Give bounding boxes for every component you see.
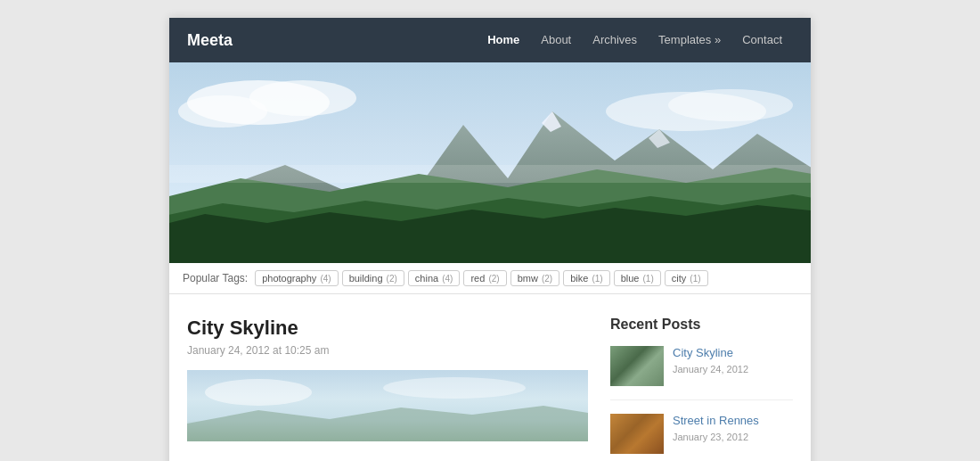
tag-red[interactable]: red (2) bbox=[463, 270, 506, 286]
recent-post-date-2: January 23, 2012 bbox=[673, 432, 793, 442]
recent-post-thumb-2 bbox=[610, 414, 664, 454]
tag-bike[interactable]: bike (1) bbox=[563, 270, 609, 286]
tag-city[interactable]: city (1) bbox=[665, 270, 708, 286]
recent-post-item-1: City Skyline January 24, 2012 bbox=[610, 346, 793, 400]
tag-bmw[interactable]: bmw (2) bbox=[510, 270, 560, 286]
recent-post-date-1: January 24, 2012 bbox=[673, 364, 793, 375]
thumb-street-rennes bbox=[610, 414, 664, 454]
nav-templates[interactable]: Templates » bbox=[648, 18, 731, 62]
post-image-inner bbox=[187, 370, 588, 441]
hero-mountain-bg bbox=[169, 62, 811, 263]
svg-rect-12 bbox=[169, 165, 811, 183]
recent-post-title-2[interactable]: Street in Rennes bbox=[673, 414, 793, 429]
recent-post-item-2: Street in Rennes January 23, 2012 bbox=[610, 414, 793, 461]
site-title: Meeta bbox=[187, 31, 233, 50]
nav-home[interactable]: Home bbox=[477, 18, 530, 62]
post-featured-image bbox=[187, 370, 588, 441]
svg-point-5 bbox=[668, 89, 793, 121]
recent-post-thumb-1 bbox=[610, 346, 664, 386]
post-title: City Skyline bbox=[187, 317, 588, 340]
site-header: Meeta Home About Archives Templates » Co… bbox=[169, 18, 811, 62]
tag-building[interactable]: building (2) bbox=[342, 270, 404, 286]
page-wrapper: Meeta Home About Archives Templates » Co… bbox=[169, 18, 811, 461]
site-nav: Home About Archives Templates » Contact bbox=[477, 18, 793, 62]
recent-post-info-1: City Skyline January 24, 2012 bbox=[673, 346, 793, 386]
svg-point-3 bbox=[178, 95, 267, 128]
post-date: January 24, 2012 at 10:25 am bbox=[187, 344, 588, 357]
nav-contact[interactable]: Contact bbox=[731, 18, 793, 62]
tag-blue[interactable]: blue (1) bbox=[614, 270, 661, 286]
thumb-city-skyline bbox=[610, 346, 664, 386]
hero-image bbox=[169, 62, 811, 263]
svg-point-15 bbox=[383, 377, 526, 399]
main-column: City Skyline January 24, 2012 at 10:25 a… bbox=[187, 317, 588, 461]
tags-label: Popular Tags: bbox=[183, 272, 248, 284]
recent-post-info-2: Street in Rennes January 23, 2012 bbox=[673, 414, 793, 454]
nav-about[interactable]: About bbox=[530, 18, 582, 62]
recent-posts-title: Recent Posts bbox=[610, 317, 793, 333]
svg-point-14 bbox=[205, 379, 312, 406]
tag-photography[interactable]: photography (4) bbox=[255, 270, 338, 286]
tags-bar: Popular Tags: photography (4) building (… bbox=[169, 263, 811, 294]
nav-archives[interactable]: Archives bbox=[582, 18, 648, 62]
content-area: City Skyline January 24, 2012 at 10:25 a… bbox=[169, 294, 811, 461]
sidebar: Recent Posts City Skyline January 24, 20… bbox=[610, 317, 793, 461]
tag-china[interactable]: china (4) bbox=[408, 270, 461, 286]
recent-post-title-1[interactable]: City Skyline bbox=[673, 346, 793, 361]
